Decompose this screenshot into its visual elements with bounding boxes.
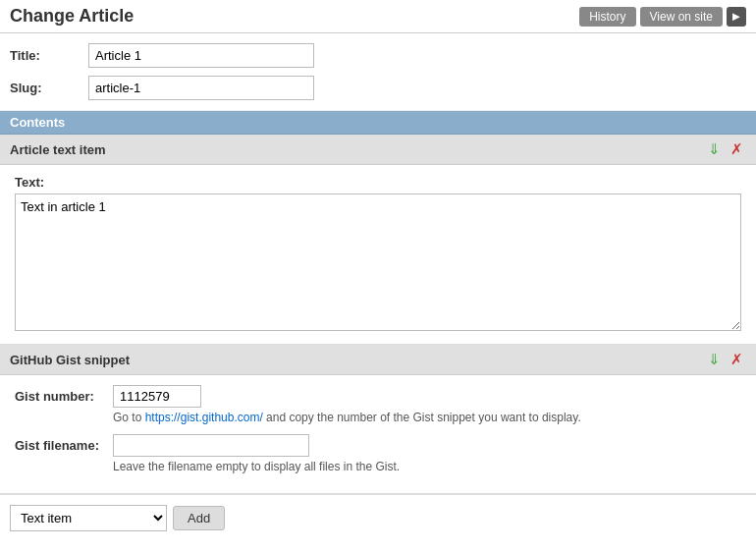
slug-input[interactable] bbox=[88, 76, 314, 100]
gist-item-block: GitHub Gist snippet ⇓ ✗ Gist number: Go … bbox=[0, 345, 756, 494]
page-title: Change Article bbox=[10, 6, 134, 27]
form-section: Title: Slug: bbox=[0, 33, 756, 111]
gist-filename-label: Gist filename: bbox=[15, 434, 113, 453]
text-textarea[interactable]: Text in article 1 bbox=[15, 193, 741, 331]
gist-number-row: Gist number: Go to https://gist.github.c… bbox=[15, 385, 741, 424]
gist-number-label: Gist number: bbox=[15, 385, 113, 404]
gist-filename-hint: Leave the filename empty to display all … bbox=[113, 460, 400, 473]
slug-row: Slug: bbox=[10, 76, 746, 100]
add-button[interactable]: Add bbox=[173, 506, 225, 530]
text-item-content: Text: Text in article 1 bbox=[0, 165, 756, 344]
title-label: Title: bbox=[10, 48, 88, 63]
gist-item-title: GitHub Gist snippet bbox=[10, 353, 130, 367]
history-button[interactable]: History bbox=[579, 7, 635, 27]
gist-filename-input[interactable] bbox=[113, 434, 309, 457]
text-item-delete-button[interactable]: ✗ bbox=[728, 139, 746, 159]
text-item-move-button[interactable]: ⇓ bbox=[705, 139, 724, 159]
text-item-block: Article text item ⇓ ✗ Text: Text in arti… bbox=[0, 135, 756, 345]
header-actions: History View on site ► bbox=[579, 7, 746, 27]
text-item-actions: ⇓ ✗ bbox=[705, 139, 746, 159]
gist-item-content: Gist number: Go to https://gist.github.c… bbox=[0, 375, 756, 493]
gist-item-actions: ⇓ ✗ bbox=[705, 350, 746, 369]
contents-label: Contents bbox=[10, 115, 65, 130]
text-item-title: Article text item bbox=[10, 142, 106, 157]
add-section: Text item GitHub Gist snippet Image item… bbox=[0, 494, 756, 541]
gist-item-move-button[interactable]: ⇓ bbox=[705, 350, 724, 369]
gist-link[interactable]: https://gist.github.com/ bbox=[145, 411, 263, 424]
contents-header: Contents bbox=[0, 111, 756, 135]
gist-number-hint: Go to https://gist.github.com/ and copy … bbox=[113, 411, 581, 424]
gist-item-header: GitHub Gist snippet ⇓ ✗ bbox=[0, 345, 756, 375]
gist-filename-row: Gist filename: Leave the filename empty … bbox=[15, 434, 741, 473]
gist-filename-field-wrap: Leave the filename empty to display all … bbox=[113, 434, 400, 473]
gist-item-delete-button[interactable]: ✗ bbox=[728, 350, 746, 369]
title-input[interactable] bbox=[88, 43, 314, 68]
add-type-select[interactable]: Text item GitHub Gist snippet Image item bbox=[10, 505, 167, 531]
page-header: Change Article History View on site ► bbox=[0, 0, 756, 33]
gist-number-field-wrap: Go to https://gist.github.com/ and copy … bbox=[113, 385, 581, 424]
gist-number-input[interactable] bbox=[113, 385, 201, 408]
title-row: Title: bbox=[10, 43, 746, 68]
slug-label: Slug: bbox=[10, 81, 88, 95]
navigate-arrow-icon[interactable]: ► bbox=[727, 7, 746, 27]
text-field-label: Text: bbox=[15, 175, 741, 190]
view-on-site-button[interactable]: View on site bbox=[640, 7, 723, 27]
text-item-header: Article text item ⇓ ✗ bbox=[0, 135, 756, 165]
